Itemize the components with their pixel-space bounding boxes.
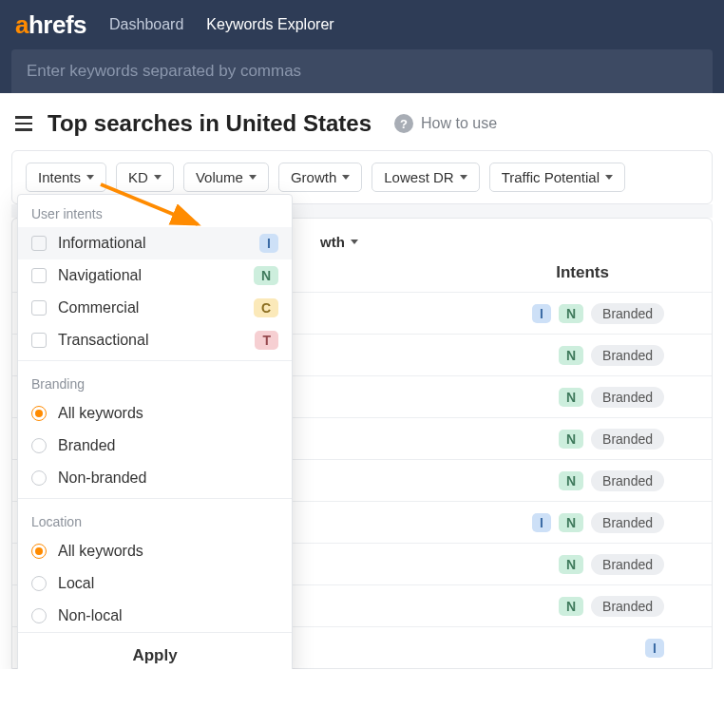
chevron-down-icon (249, 175, 257, 180)
filter-growth[interactable]: Growth (278, 163, 362, 192)
chevron-down-icon (605, 175, 613, 180)
radio[interactable] (31, 470, 47, 486)
chevron-down-icon (460, 175, 467, 180)
radio[interactable] (31, 438, 47, 453)
dd-section-user-intents: User intents (18, 195, 292, 227)
how-to-use-label: How to use (421, 115, 497, 132)
intent-badge-i: I (259, 234, 278, 253)
dd-section-branding: Branding (18, 365, 292, 397)
filter-lowest-dr-label: Lowest DR (384, 169, 453, 185)
dd-item-label: Informational (58, 235, 146, 252)
intent-badge-n: N (559, 304, 583, 323)
intent-badge-n: N (559, 471, 583, 490)
nav-dashboard[interactable]: Dashboard (109, 16, 183, 33)
dd-intent-navigational[interactable]: NavigationalN (18, 259, 292, 292)
branded-badge: Branded (591, 554, 664, 575)
help-icon: ? (394, 114, 413, 133)
radio[interactable] (31, 576, 47, 591)
filter-traffic-potential-label: Traffic Potential (502, 169, 600, 185)
dd-location-all-keywords[interactable]: All keywords (18, 535, 292, 567)
dd-intent-informational[interactable]: InformationalI (18, 227, 292, 259)
filter-kd-label: KD (128, 169, 148, 185)
dd-item-label: Non-local (58, 607, 123, 624)
dd-item-label: Navigational (58, 267, 142, 284)
dd-location-local[interactable]: Local (18, 567, 292, 600)
dd-item-label: Branded (58, 437, 116, 454)
logo-a: a (15, 10, 29, 39)
intent-badge-n: N (559, 388, 583, 407)
intent-badge-n: N (559, 346, 583, 365)
intent-tags: NBranded (559, 596, 696, 617)
radio[interactable] (31, 406, 47, 421)
apply-button[interactable]: Apply (18, 632, 292, 669)
logo-rest: hrefs (29, 10, 86, 39)
dd-section-location: Location (18, 503, 292, 535)
filter-intents[interactable]: Intents (26, 163, 106, 192)
intent-tags: NBranded (559, 387, 696, 408)
nav-keywords-explorer[interactable]: Keywords Explorer (206, 16, 333, 33)
branded-badge: Branded (591, 470, 664, 491)
branded-badge: Branded (591, 512, 664, 533)
keyword-search-input[interactable] (11, 49, 713, 93)
dd-branding-all-keywords[interactable]: All keywords (18, 397, 292, 430)
radio[interactable] (31, 544, 47, 559)
intent-badge-n: N (559, 513, 583, 532)
intent-tags: NBranded (559, 470, 696, 491)
chevron-down-icon (154, 175, 162, 180)
filter-volume[interactable]: Volume (183, 163, 269, 192)
filter-kd[interactable]: KD (116, 163, 174, 192)
checkbox[interactable] (31, 333, 47, 348)
radio[interactable] (31, 608, 47, 623)
branded-badge: Branded (591, 303, 664, 324)
intent-badge-i: I (645, 639, 664, 658)
col-intents-header: Intents (556, 263, 696, 282)
intent-tags: I (645, 639, 696, 658)
menu-icon[interactable] (15, 116, 32, 131)
chevron-down-icon (342, 175, 350, 180)
filter-growth-label: Growth (291, 169, 336, 185)
dd-intent-transactional[interactable]: TransactionalT (18, 324, 292, 356)
intent-tags: NBranded (559, 554, 696, 575)
page-title: Top searches in United States (48, 110, 372, 137)
filter-traffic-potential[interactable]: Traffic Potential (489, 163, 625, 192)
dd-branding-non-branded[interactable]: Non-branded (18, 462, 292, 494)
checkbox[interactable] (31, 236, 47, 251)
intent-badge-n: N (559, 597, 583, 616)
dd-branding-branded[interactable]: Branded (18, 430, 292, 462)
filter-lowest-dr[interactable]: Lowest DR (372, 163, 479, 192)
intent-tags: INBranded (532, 303, 696, 324)
checkbox[interactable] (31, 300, 47, 316)
intent-badge-n: N (254, 266, 278, 285)
intent-tags: NBranded (559, 345, 696, 366)
search-row (0, 49, 724, 93)
intent-tags: INBranded (532, 512, 696, 533)
content: Intents KD Volume Growth Lowest DR Traff… (0, 150, 724, 669)
dd-item-label: Local (58, 575, 94, 592)
filter-intents-label: Intents (38, 169, 81, 185)
page-header: Top searches in United States ? How to u… (0, 93, 724, 150)
chevron-down-icon (351, 239, 358, 244)
intent-badge-i: I (532, 304, 551, 323)
branded-badge: Branded (591, 596, 664, 617)
branded-badge: Branded (591, 345, 664, 366)
intent-badge-i: I (532, 513, 551, 532)
dd-item-label: Transactional (58, 332, 148, 349)
intent-badge-t: T (255, 331, 278, 350)
dd-location-non-local[interactable]: Non-local (18, 600, 292, 632)
intent-tags: NBranded (559, 429, 696, 450)
dd-intent-commercial[interactable]: CommercialC (18, 292, 292, 324)
top-nav: ahrefs Dashboard Keywords Explorer (0, 0, 724, 49)
intent-badge-c: C (254, 298, 278, 317)
checkbox[interactable] (31, 268, 47, 283)
how-to-use-link[interactable]: ? How to use (394, 114, 497, 133)
intents-dropdown: User intents InformationalINavigationalN… (17, 194, 293, 669)
dd-item-label: Commercial (58, 299, 139, 316)
branded-badge: Branded (591, 387, 664, 408)
filter-volume-label: Volume (196, 169, 243, 185)
growth-column-select[interactable]: wth (320, 234, 358, 250)
growth-label: wth (320, 234, 345, 250)
branded-badge: Branded (591, 429, 664, 450)
dd-item-label: All keywords (58, 405, 143, 422)
logo[interactable]: ahrefs (15, 10, 86, 40)
intent-badge-n: N (559, 555, 583, 574)
